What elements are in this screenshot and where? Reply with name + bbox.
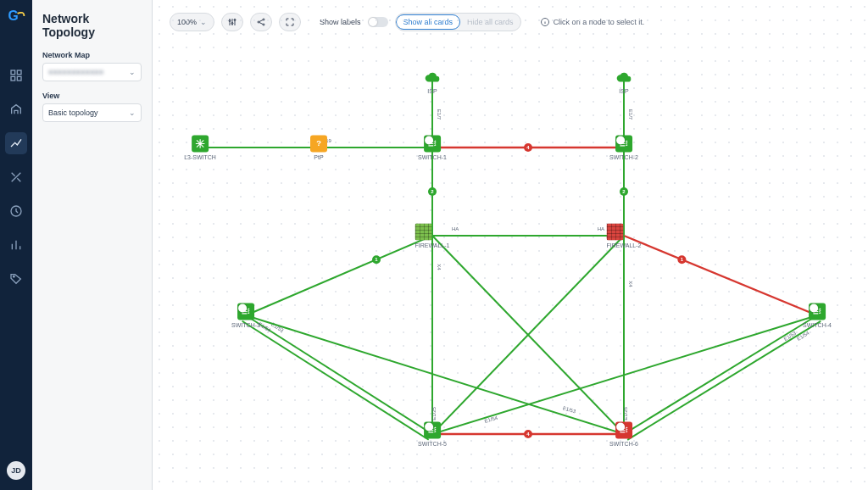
nav-history[interactable] <box>5 200 27 222</box>
node-isp1[interactable]: ISP <box>424 70 441 94</box>
svg-line-51 <box>624 315 817 434</box>
node-fw1[interactable]: FIREWALL-1 <box>415 224 450 248</box>
node-label: SWITCH-1 <box>418 154 447 160</box>
node-l3[interactable]: L3-SWITCH <box>184 136 216 160</box>
nav-reports[interactable] <box>5 234 27 256</box>
node-label: SWITCH-3 <box>231 322 260 328</box>
svg-line-33 <box>246 236 432 315</box>
svg-text:E1/53: E1/53 <box>562 405 576 415</box>
node-sw5[interactable]: SWITCH-5 <box>418 422 447 447</box>
svg-text:E1/7: E1/7 <box>437 109 442 120</box>
nav-dashboard[interactable] <box>5 64 27 86</box>
svg-rect-1 <box>11 70 15 75</box>
nav-rail: G JD <box>0 0 32 490</box>
svg-rect-4 <box>17 76 21 81</box>
chevron-down-icon: ⌄ <box>129 68 136 76</box>
node-label: PtP <box>310 154 327 160</box>
topology-canvas[interactable]: E1/7E1/7E1/19422HAHA11X4X4E1/53E1/54E1/5… <box>153 0 868 490</box>
node-sw3[interactable]: SWITCH-3 <box>231 303 260 328</box>
svg-text:HA: HA <box>598 226 604 231</box>
svg-rect-3 <box>11 76 15 81</box>
node-isp2[interactable]: ISP <box>615 70 632 94</box>
node-sw4[interactable]: SWITCH-4 <box>803 303 832 328</box>
node-label: ISP <box>615 88 632 94</box>
page-title: Network Topology <box>42 12 142 39</box>
svg-line-53 <box>627 321 821 440</box>
nav-tags[interactable] <box>5 268 27 290</box>
node-label: SWITCH-5 <box>418 441 447 447</box>
map-label: Network Map <box>42 51 142 59</box>
svg-text:G: G <box>8 8 19 23</box>
node-sw2[interactable]: SWITCH-2 <box>609 136 638 160</box>
node-label: L3-SWITCH <box>184 154 216 160</box>
svg-rect-2 <box>17 70 21 75</box>
svg-text:E1/7: E1/7 <box>628 109 633 120</box>
node-label: SWITCH-2 <box>609 154 638 160</box>
node-label: ISP <box>424 88 441 94</box>
nav-alerts[interactable] <box>5 166 27 188</box>
user-avatar[interactable]: JD <box>7 461 25 480</box>
svg-text:E1/25: E1/25 <box>623 407 628 420</box>
svg-point-6 <box>14 276 15 278</box>
svg-text:?: ? <box>316 139 321 148</box>
svg-line-47 <box>242 321 429 440</box>
node-sw1[interactable]: SWITCH-1 <box>418 136 447 160</box>
nav-inventory[interactable] <box>5 98 27 120</box>
nav-topology[interactable] <box>5 132 27 154</box>
node-sw6[interactable]: SWITCH-6 <box>609 422 638 447</box>
app-logo: G <box>7 7 25 25</box>
svg-line-45 <box>246 315 432 434</box>
node-label: SWITCH-4 <box>803 322 832 328</box>
svg-text:X4: X4 <box>628 281 633 287</box>
svg-text:X4: X4 <box>437 264 442 270</box>
view-label: View <box>42 92 142 100</box>
view-select[interactable]: Basic topology⌄ <box>42 103 142 122</box>
edges-layer: E1/7E1/7E1/19422HAHA11X4X4E1/53E1/54E1/5… <box>153 0 868 490</box>
node-label: FIREWALL-1 <box>415 242 450 248</box>
node-label: SWITCH-6 <box>609 441 638 447</box>
svg-text:E1/25: E1/25 <box>431 407 437 420</box>
chevron-down-icon: ⌄ <box>129 109 136 117</box>
node-label: FIREWALL-2 <box>607 242 642 248</box>
svg-text:E1/54: E1/54 <box>484 415 498 424</box>
map-select[interactable]: ●●●●●●●●●●●●⌄ <box>42 63 142 81</box>
node-fw2[interactable]: FIREWALL-2 <box>607 224 642 248</box>
svg-line-36 <box>624 236 817 315</box>
node-ptp[interactable]: ?PtP <box>310 136 327 160</box>
side-panel: Network Topology Network Map ●●●●●●●●●●●… <box>32 0 153 490</box>
svg-text:HA: HA <box>452 226 459 231</box>
